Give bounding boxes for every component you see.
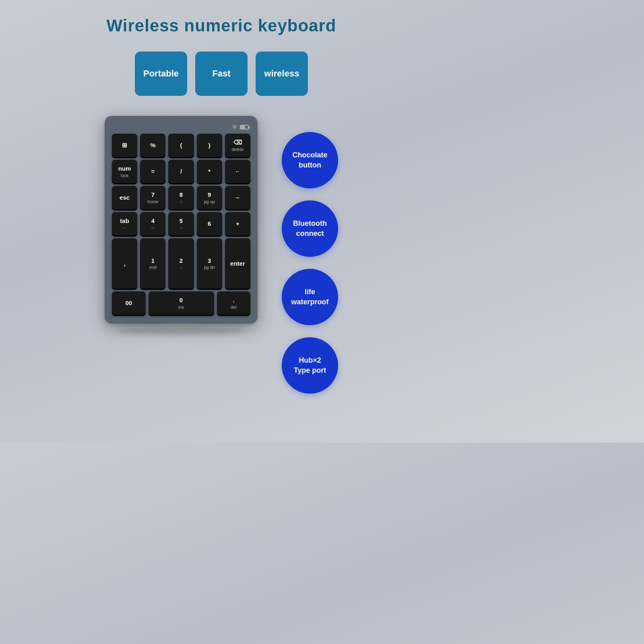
key-9: 9 pg up — [197, 186, 222, 209]
key-2: 2 ↓ — [168, 238, 194, 289]
numeric-keyboard: ⊞ % ( ) ⌫ delete num lock = / — [105, 116, 258, 324]
key-4: 4 ← — [140, 212, 165, 235]
key-8: 8 ↑ — [168, 186, 194, 209]
keyboard-wrapper: ⊞ % ( ) ⌫ delete num lock = / — [105, 116, 258, 335]
badge-wireless: wireless — [256, 52, 308, 96]
key-multiply: * — [197, 160, 222, 183]
main-content: ⊞ % ( ) ⌫ delete num lock = / — [8, 116, 435, 394]
feature-waterproof: lifewaterproof — [282, 269, 338, 325]
feature-hub: Hub×2Type port — [282, 337, 338, 394]
key-row-3: esc 7 home 8 ↑ 9 pg up – — [112, 186, 250, 209]
key-grid-icon: ⊞ — [112, 134, 137, 157]
indicator-dot — [233, 125, 237, 129]
key-5: 5 → — [168, 212, 194, 235]
key-row-2: num lock = / * ← — [112, 160, 250, 183]
key-enter: enter — [225, 238, 250, 289]
key-backspace: ← — [225, 160, 250, 183]
key-row-4: tab ← 4 ← 5 → 6 + — [112, 212, 250, 235]
key-3: 3 pg dn — [197, 238, 222, 289]
key-plus: + — [225, 212, 250, 235]
feature-chocolate: Chocolatebutton — [282, 132, 338, 188]
key-tab: tab ← — [112, 212, 137, 235]
key-percent: % — [140, 134, 165, 157]
badge-row: Portable Fast wireless — [135, 52, 308, 96]
key-minus: – — [225, 186, 250, 209]
key-dot: . del — [217, 291, 251, 315]
key-row-5: , 1 end 2 ↓ 3 pg dn enter — [112, 238, 250, 289]
battery-icon — [240, 125, 249, 130]
badge-portable: Portable — [135, 52, 187, 96]
key-row-6: 00 0 ins . del — [112, 291, 250, 315]
key-grid: ⊞ % ( ) ⌫ delete num lock = / — [112, 134, 250, 315]
key-6: 6 — [197, 212, 222, 235]
key-numlock: num lock — [112, 160, 137, 183]
key-00: 00 — [112, 291, 146, 315]
key-close-paren: ) — [197, 134, 222, 157]
key-1: 1 end — [140, 238, 165, 289]
page-title: Wireless numeric keyboard — [107, 16, 336, 35]
key-open-paren: ( — [168, 134, 194, 157]
keyboard-shadow — [117, 327, 246, 335]
key-esc: esc — [112, 186, 137, 209]
key-row-1: ⊞ % ( ) ⌫ delete — [112, 134, 250, 157]
key-equals: = — [140, 160, 165, 183]
badge-fast: Fast — [195, 52, 248, 96]
features-column: Chocolatebutton Bluetoothconnect lifewat… — [282, 116, 338, 394]
key-0: 0 ins — [149, 291, 214, 315]
keyboard-top-bar — [112, 125, 250, 130]
key-delete: ⌫ delete — [225, 134, 250, 157]
key-comma: , — [112, 238, 137, 289]
key-7: 7 home — [140, 186, 165, 209]
feature-bluetooth: Bluetoothconnect — [282, 200, 338, 257]
key-divide: / — [168, 160, 194, 183]
